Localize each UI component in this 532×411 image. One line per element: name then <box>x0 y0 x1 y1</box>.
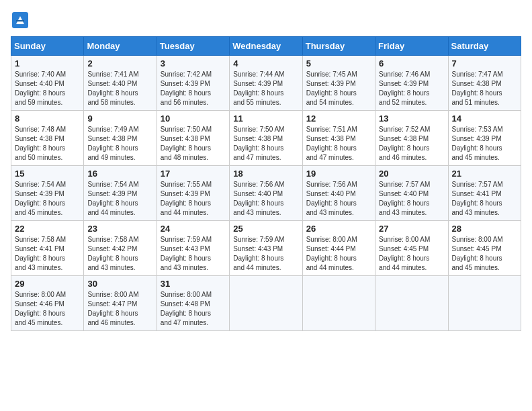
day-info: Sunrise: 7:59 AM Sunset: 4:43 PM Dayligh… <box>161 235 226 273</box>
day-cell: 15Sunrise: 7:54 AM Sunset: 4:39 PM Dayli… <box>11 166 84 221</box>
day-number: 1 <box>15 58 80 68</box>
header-cell-sunday: Sunday <box>11 37 84 56</box>
day-number: 29 <box>15 279 80 289</box>
day-number: 15 <box>15 169 80 179</box>
day-cell <box>448 276 521 331</box>
day-number: 13 <box>379 113 444 124</box>
day-cell: 27Sunrise: 8:00 AM Sunset: 4:45 PM Dayli… <box>375 221 448 276</box>
day-number: 22 <box>15 224 80 234</box>
day-cell: 1Sunrise: 7:40 AM Sunset: 4:40 PM Daylig… <box>11 56 84 111</box>
day-cell: 14Sunrise: 7:53 AM Sunset: 4:39 PM Dayli… <box>448 111 521 166</box>
day-cell: 6Sunrise: 7:46 AM Sunset: 4:39 PM Daylig… <box>375 56 448 111</box>
day-cell: 29Sunrise: 8:00 AM Sunset: 4:46 PM Dayli… <box>11 276 84 331</box>
day-number: 14 <box>452 113 517 124</box>
day-number: 17 <box>161 169 226 179</box>
day-cell: 7Sunrise: 7:47 AM Sunset: 4:38 PM Daylig… <box>448 56 521 111</box>
day-cell: 18Sunrise: 7:56 AM Sunset: 4:40 PM Dayli… <box>230 166 302 221</box>
day-info: Sunrise: 7:53 AM Sunset: 4:39 PM Dayligh… <box>452 125 517 163</box>
header-cell-friday: Friday <box>375 37 448 56</box>
day-info: Sunrise: 7:59 AM Sunset: 4:43 PM Dayligh… <box>233 235 298 273</box>
day-info: Sunrise: 7:57 AM Sunset: 4:40 PM Dayligh… <box>379 180 444 218</box>
day-info: Sunrise: 7:50 AM Sunset: 4:38 PM Dayligh… <box>233 125 298 163</box>
day-cell: 12Sunrise: 7:51 AM Sunset: 4:38 PM Dayli… <box>302 111 375 166</box>
day-cell: 4Sunrise: 7:44 AM Sunset: 4:39 PM Daylig… <box>230 56 302 111</box>
day-cell: 19Sunrise: 7:56 AM Sunset: 4:40 PM Dayli… <box>302 166 375 221</box>
day-number: 25 <box>233 224 298 234</box>
day-number: 30 <box>87 279 152 289</box>
day-number: 24 <box>161 224 226 234</box>
day-info: Sunrise: 7:54 AM Sunset: 4:39 PM Dayligh… <box>15 180 80 218</box>
day-cell: 9Sunrise: 7:49 AM Sunset: 4:38 PM Daylig… <box>84 111 157 166</box>
week-row-3: 15Sunrise: 7:54 AM Sunset: 4:39 PM Dayli… <box>11 166 521 221</box>
day-number: 23 <box>87 224 152 234</box>
day-number: 19 <box>306 169 371 179</box>
day-info: Sunrise: 7:57 AM Sunset: 4:41 PM Dayligh… <box>452 180 517 218</box>
day-cell: 25Sunrise: 7:59 AM Sunset: 4:43 PM Dayli… <box>230 221 302 276</box>
day-cell: 24Sunrise: 7:59 AM Sunset: 4:43 PM Dayli… <box>157 221 229 276</box>
page-header <box>11 11 521 30</box>
day-number: 5 <box>306 58 371 68</box>
day-number: 6 <box>379 58 444 68</box>
week-row-2: 8Sunrise: 7:48 AM Sunset: 4:38 PM Daylig… <box>11 111 521 166</box>
header-cell-saturday: Saturday <box>448 37 521 56</box>
day-cell: 17Sunrise: 7:55 AM Sunset: 4:39 PM Dayli… <box>157 166 229 221</box>
day-info: Sunrise: 8:00 AM Sunset: 4:44 PM Dayligh… <box>306 235 371 273</box>
day-info: Sunrise: 7:55 AM Sunset: 4:39 PM Dayligh… <box>161 180 226 218</box>
day-info: Sunrise: 8:00 AM Sunset: 4:47 PM Dayligh… <box>87 290 152 328</box>
week-row-4: 22Sunrise: 7:58 AM Sunset: 4:41 PM Dayli… <box>11 221 521 276</box>
week-row-5: 29Sunrise: 8:00 AM Sunset: 4:46 PM Dayli… <box>11 276 521 331</box>
day-cell: 28Sunrise: 8:00 AM Sunset: 4:45 PM Dayli… <box>448 221 521 276</box>
day-number: 2 <box>87 58 152 68</box>
day-cell: 26Sunrise: 8:00 AM Sunset: 4:44 PM Dayli… <box>302 221 375 276</box>
day-info: Sunrise: 7:49 AM Sunset: 4:38 PM Dayligh… <box>87 125 152 163</box>
day-number: 26 <box>306 224 371 234</box>
day-cell: 2Sunrise: 7:41 AM Sunset: 4:40 PM Daylig… <box>84 56 157 111</box>
day-cell: 30Sunrise: 8:00 AM Sunset: 4:47 PM Dayli… <box>84 276 157 331</box>
day-info: Sunrise: 7:56 AM Sunset: 4:40 PM Dayligh… <box>233 180 298 218</box>
day-number: 9 <box>87 113 152 124</box>
day-cell: 22Sunrise: 7:58 AM Sunset: 4:41 PM Dayli… <box>11 221 84 276</box>
day-cell <box>302 276 375 331</box>
day-info: Sunrise: 8:00 AM Sunset: 4:45 PM Dayligh… <box>452 235 517 273</box>
day-cell: 20Sunrise: 7:57 AM Sunset: 4:40 PM Dayli… <box>375 166 448 221</box>
day-info: Sunrise: 8:00 AM Sunset: 4:48 PM Dayligh… <box>161 290 226 328</box>
day-info: Sunrise: 7:54 AM Sunset: 4:39 PM Dayligh… <box>87 180 152 218</box>
day-info: Sunrise: 7:51 AM Sunset: 4:38 PM Dayligh… <box>306 125 371 163</box>
day-info: Sunrise: 7:58 AM Sunset: 4:41 PM Dayligh… <box>15 235 80 273</box>
day-info: Sunrise: 7:44 AM Sunset: 4:39 PM Dayligh… <box>233 70 298 107</box>
day-cell: 23Sunrise: 7:58 AM Sunset: 4:42 PM Dayli… <box>84 221 157 276</box>
day-cell: 16Sunrise: 7:54 AM Sunset: 4:39 PM Dayli… <box>84 166 157 221</box>
day-cell: 11Sunrise: 7:50 AM Sunset: 4:38 PM Dayli… <box>230 111 302 166</box>
day-number: 18 <box>233 169 298 179</box>
day-info: Sunrise: 8:00 AM Sunset: 4:46 PM Dayligh… <box>15 290 80 328</box>
day-number: 27 <box>379 224 444 234</box>
day-info: Sunrise: 7:45 AM Sunset: 4:39 PM Dayligh… <box>306 70 371 107</box>
logo-icon <box>11 11 30 30</box>
header-cell-monday: Monday <box>84 37 157 56</box>
day-info: Sunrise: 7:48 AM Sunset: 4:38 PM Dayligh… <box>15 125 80 163</box>
day-info: Sunrise: 7:56 AM Sunset: 4:40 PM Dayligh… <box>306 180 371 218</box>
svg-rect-2 <box>16 20 24 21</box>
day-info: Sunrise: 7:40 AM Sunset: 4:40 PM Dayligh… <box>15 70 80 107</box>
week-row-1: 1Sunrise: 7:40 AM Sunset: 4:40 PM Daylig… <box>11 56 521 111</box>
day-cell: 3Sunrise: 7:42 AM Sunset: 4:39 PM Daylig… <box>157 56 229 111</box>
header-cell-thursday: Thursday <box>302 37 375 56</box>
day-number: 16 <box>87 169 152 179</box>
header-row: SundayMondayTuesdayWednesdayThursdayFrid… <box>11 37 521 56</box>
day-number: 12 <box>306 113 371 124</box>
day-info: Sunrise: 7:47 AM Sunset: 4:38 PM Dayligh… <box>452 70 517 107</box>
day-number: 4 <box>233 58 298 68</box>
day-cell: 10Sunrise: 7:50 AM Sunset: 4:38 PM Dayli… <box>157 111 229 166</box>
day-cell: 8Sunrise: 7:48 AM Sunset: 4:38 PM Daylig… <box>11 111 84 166</box>
day-cell: 21Sunrise: 7:57 AM Sunset: 4:41 PM Dayli… <box>448 166 521 221</box>
day-info: Sunrise: 7:52 AM Sunset: 4:38 PM Dayligh… <box>379 125 444 163</box>
day-number: 3 <box>161 58 226 68</box>
calendar-body: 1Sunrise: 7:40 AM Sunset: 4:40 PM Daylig… <box>11 56 521 331</box>
day-number: 31 <box>161 279 226 289</box>
day-number: 8 <box>15 113 80 124</box>
logo <box>11 11 32 30</box>
day-cell: 5Sunrise: 7:45 AM Sunset: 4:39 PM Daylig… <box>302 56 375 111</box>
day-info: Sunrise: 7:42 AM Sunset: 4:39 PM Dayligh… <box>161 70 226 107</box>
day-number: 11 <box>233 113 298 124</box>
day-info: Sunrise: 8:00 AM Sunset: 4:45 PM Dayligh… <box>379 235 444 273</box>
